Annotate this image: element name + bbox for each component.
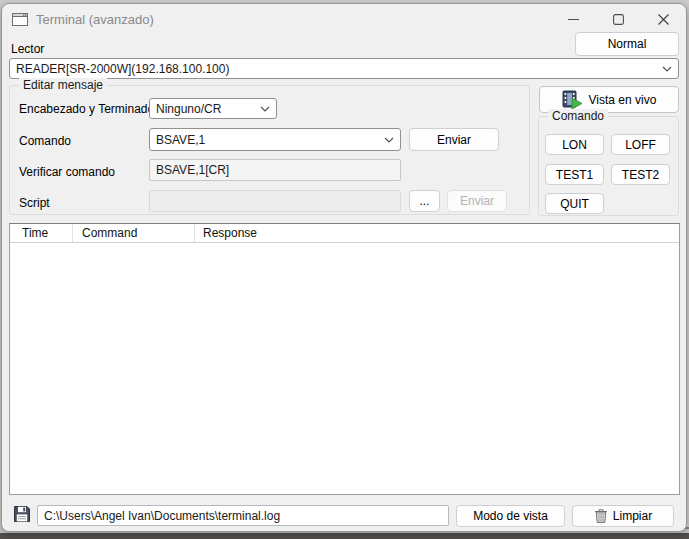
comando-group-title: Comando: [548, 109, 608, 123]
script-label: Script: [19, 196, 50, 210]
normal-button[interactable]: Normal: [575, 32, 679, 56]
test2-button-label: TEST2: [622, 168, 659, 182]
column-header-response[interactable]: Response: [195, 224, 679, 242]
terminal-dialog: Terminal (avanzado) Normal Lector READER…: [1, 3, 687, 532]
verificar-field: BSAVE,1[CR]: [149, 159, 401, 181]
quit-button[interactable]: QUIT: [545, 193, 604, 214]
caption-buttons: [551, 4, 686, 34]
window-icon: [12, 11, 28, 27]
normal-button-label: Normal: [608, 37, 647, 51]
test1-button-label: TEST1: [556, 168, 593, 182]
minimize-button[interactable]: [551, 4, 596, 34]
browse-button[interactable]: ...: [409, 190, 440, 212]
chevron-down-icon: [260, 106, 270, 112]
loff-button-label: LOFF: [625, 138, 656, 152]
vista-en-vivo-label: Vista en vivo: [589, 93, 657, 107]
chevron-down-icon: [662, 66, 672, 72]
comando-label: Comando: [19, 134, 71, 148]
loff-button[interactable]: LOFF: [611, 134, 670, 155]
test2-button[interactable]: TEST2: [611, 164, 670, 185]
script-enviar-button: Enviar: [447, 190, 507, 212]
minimize-icon: [568, 14, 579, 25]
comando-value: BSAVE,1: [156, 133, 205, 147]
log-table-header: Time Command Response: [10, 224, 679, 243]
modo-de-vista-label: Modo de vista: [473, 509, 548, 523]
modo-de-vista-button[interactable]: Modo de vista: [456, 505, 565, 527]
close-button[interactable]: [641, 4, 686, 34]
lector-select[interactable]: READER[SR-2000W](192.168.100.100): [9, 58, 679, 79]
test1-button[interactable]: TEST1: [545, 164, 604, 185]
script-enviar-label: Enviar: [460, 194, 494, 208]
editar-mensaje-title: Editar mensaje: [19, 78, 107, 92]
maximize-button[interactable]: [596, 4, 641, 34]
lector-label: Lector: [11, 42, 44, 56]
lon-button-label: LON: [562, 138, 587, 152]
close-icon: [658, 14, 669, 25]
log-path-value: C:\Users\Angel Ivan\Documents\terminal.l…: [44, 509, 280, 523]
verificar-value: BSAVE,1[CR]: [156, 163, 229, 177]
log-table-body[interactable]: [10, 243, 679, 494]
lon-button[interactable]: LON: [545, 134, 604, 155]
background-window-band: [0, 533, 689, 539]
maximize-icon: [613, 14, 624, 25]
log-path-field[interactable]: C:\Users\Angel Ivan\Documents\terminal.l…: [37, 505, 449, 526]
trash-icon: [594, 509, 608, 523]
limpiar-label: Limpiar: [613, 509, 652, 523]
verificar-label: Verificar comando: [19, 165, 115, 179]
chevron-down-icon: [384, 137, 394, 143]
lector-value: READER[SR-2000W](192.168.100.100): [16, 62, 229, 76]
enviar-button-label: Enviar: [437, 133, 471, 147]
comando-combobox[interactable]: BSAVE,1: [149, 128, 401, 151]
encabezado-label: Encabezado y Terminador: [19, 102, 158, 116]
quit-button-label: QUIT: [560, 197, 589, 211]
column-header-time[interactable]: Time: [10, 224, 73, 242]
limpiar-button[interactable]: Limpiar: [572, 505, 674, 527]
column-header-command[interactable]: Command: [73, 224, 195, 242]
save-icon: [13, 505, 31, 523]
encabezado-select[interactable]: Ninguno/CR: [149, 98, 277, 119]
enviar-button[interactable]: Enviar: [409, 128, 499, 151]
browse-button-label: ...: [419, 194, 429, 208]
log-table: Time Command Response: [9, 223, 680, 495]
script-input[interactable]: [149, 190, 401, 212]
save-log-button[interactable]: [12, 504, 32, 524]
encabezado-value: Ninguno/CR: [156, 102, 221, 116]
title-bar[interactable]: Terminal (avanzado): [2, 4, 686, 34]
live-view-icon: [562, 90, 583, 109]
window-title: Terminal (avanzado): [36, 12, 154, 27]
